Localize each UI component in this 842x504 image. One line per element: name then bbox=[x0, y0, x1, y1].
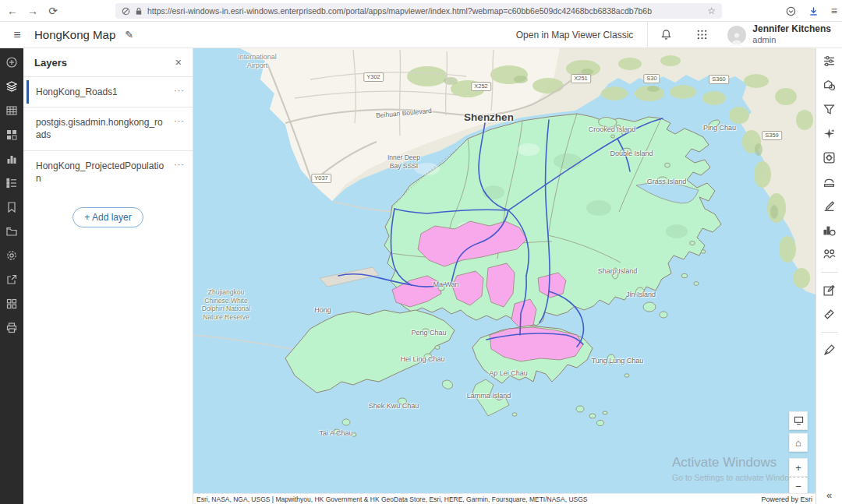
layers-panel-title: Layers bbox=[34, 57, 67, 69]
measure-icon[interactable] bbox=[823, 308, 836, 321]
user-name: Jennifer Kitchens bbox=[752, 24, 831, 35]
road-shield: Y037 bbox=[311, 174, 331, 183]
charts-icon[interactable] bbox=[5, 153, 18, 165]
rail-divider bbox=[821, 332, 838, 333]
browser-reload-button[interactable]: ⟳ bbox=[44, 0, 62, 22]
address-bar[interactable]: https://esri-windows-in.esri-windows.ent… bbox=[115, 3, 722, 19]
tables-icon[interactable] bbox=[5, 104, 18, 117]
zoom-out-button[interactable]: − bbox=[789, 477, 808, 493]
properties-icon[interactable] bbox=[823, 55, 836, 68]
user-info[interactable]: Jennifer Kitchens admin bbox=[752, 24, 831, 44]
save-icon[interactable] bbox=[5, 225, 18, 238]
attribution-bar: Esri, NASA, NGA, USGS | Mapwithyou, HK G… bbox=[193, 493, 815, 504]
charts-config-icon[interactable] bbox=[823, 224, 836, 237]
styles-icon[interactable] bbox=[823, 79, 836, 92]
pocket-icon[interactable] bbox=[786, 6, 796, 16]
road-shield: X252 bbox=[471, 82, 491, 91]
basemap-icon[interactable] bbox=[5, 129, 18, 141]
map-controls: ⌂ + − bbox=[789, 411, 808, 493]
layer-name: postgis.gisadmin.hongkong_roads bbox=[36, 116, 174, 141]
layers-icon[interactable] bbox=[5, 80, 18, 93]
road-shield: S30 bbox=[643, 74, 660, 83]
effects-icon[interactable] bbox=[823, 127, 836, 140]
zoom-in-button[interactable]: + bbox=[789, 458, 808, 477]
road-shield: S359 bbox=[762, 131, 782, 140]
print-icon[interactable] bbox=[5, 322, 18, 334]
map-title: HongKong Map bbox=[34, 28, 115, 41]
fields-icon[interactable] bbox=[823, 248, 836, 261]
edit-title-icon[interactable]: ✎ bbox=[125, 29, 133, 41]
app-launcher-icon[interactable] bbox=[684, 29, 720, 41]
settings-toolbar: « bbox=[815, 48, 842, 504]
map-canvas[interactable]: International AirportShenzhenBeihuan Bou… bbox=[193, 48, 815, 493]
home-button[interactable]: ⌂ bbox=[789, 433, 808, 452]
layer-options-icon[interactable]: ··· bbox=[174, 86, 185, 95]
browser-back-button[interactable]: ← bbox=[3, 0, 22, 22]
popups-icon[interactable] bbox=[823, 199, 836, 213]
rail-divider bbox=[821, 272, 838, 273]
user-role: admin bbox=[752, 35, 831, 45]
close-panel-icon[interactable]: × bbox=[175, 56, 182, 69]
filter-icon[interactable] bbox=[823, 103, 836, 116]
layer-item-projected-population[interactable]: HongKong_ProjectedPopulation ··· bbox=[23, 150, 193, 193]
powered-by-esri: Powered by Esri bbox=[761, 495, 812, 503]
layers-panel: Layers × HongKong_Roads1 ··· postgis.gis… bbox=[23, 48, 193, 504]
main-menu-icon[interactable]: ≡ bbox=[0, 28, 34, 42]
layer-item-postgis-roads[interactable]: postgis.gisadmin.hongkong_roads ··· bbox=[23, 107, 193, 150]
attribution-text: Esri, NASA, NGA, USGS | Mapwithyou, HK G… bbox=[196, 495, 588, 503]
user-avatar[interactable] bbox=[727, 26, 746, 44]
app-header: ≡ HongKong Map ✎ Open in Map Viewer Clas… bbox=[0, 22, 842, 48]
lock-icon bbox=[135, 7, 143, 16]
road-shield: Y302 bbox=[363, 72, 384, 82]
layer-options-icon[interactable]: ··· bbox=[174, 160, 185, 169]
road-shield: S360 bbox=[709, 75, 729, 84]
sketch-icon[interactable] bbox=[823, 344, 836, 357]
map-column: International AirportShenzhenBeihuan Bou… bbox=[193, 48, 815, 504]
layer-options-icon[interactable]: ··· bbox=[174, 116, 185, 125]
browser-toolbar: ← → ⟳ https://esri-windows-in.esri-windo… bbox=[0, 0, 842, 22]
map-properties-icon[interactable] bbox=[5, 249, 18, 262]
browser-forward-button[interactable]: → bbox=[23, 0, 42, 22]
collapse-rail-icon[interactable]: « bbox=[816, 489, 842, 501]
browser-menu-icon[interactable]: ≡ bbox=[831, 5, 837, 17]
notifications-bell-icon[interactable] bbox=[648, 29, 684, 41]
layer-item-hongkong-roads1[interactable]: HongKong_Roads1 ··· bbox=[23, 76, 193, 107]
legend-icon[interactable] bbox=[5, 177, 18, 189]
open-classic-link[interactable]: Open in Map Viewer Classic bbox=[516, 30, 634, 41]
layer-name: HongKong_Roads1 bbox=[36, 86, 124, 98]
apps-icon[interactable] bbox=[5, 298, 18, 310]
contents-toolbar bbox=[0, 48, 23, 504]
add-layer-button[interactable]: + Add layer bbox=[73, 207, 143, 227]
downloads-icon[interactable] bbox=[808, 6, 819, 16]
bookmarks-icon[interactable] bbox=[5, 201, 18, 213]
add-icon[interactable] bbox=[5, 56, 18, 69]
url-text[interactable]: https://esri-windows-in.esri-windows.ent… bbox=[147, 6, 702, 16]
road-shield: X251 bbox=[571, 74, 591, 83]
share-icon[interactable] bbox=[5, 273, 18, 286]
labels-icon[interactable] bbox=[823, 175, 836, 189]
bookmark-star-icon[interactable]: ☆ bbox=[707, 5, 716, 16]
tracking-shield-icon[interactable] bbox=[122, 7, 130, 16]
edit-icon[interactable] bbox=[823, 284, 836, 297]
fullscreen-button[interactable] bbox=[789, 411, 808, 430]
aggregation-icon[interactable] bbox=[823, 151, 836, 164]
layer-name: HongKong_ProjectedPopulation bbox=[36, 160, 174, 185]
